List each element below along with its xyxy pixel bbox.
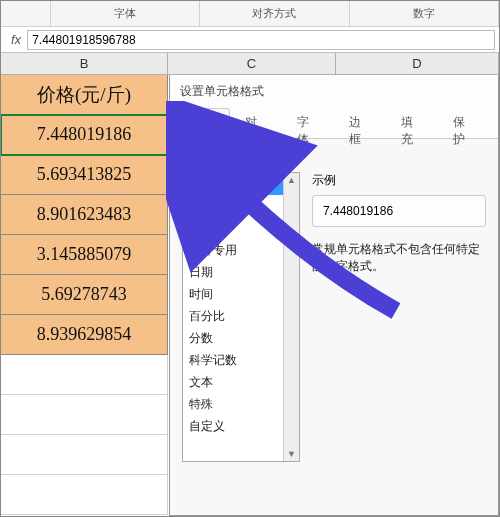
- column-headers: B C D: [1, 53, 499, 75]
- scroll-up-icon[interactable]: ▲: [287, 173, 296, 187]
- cell-b10[interactable]: [1, 435, 168, 475]
- scroll-down-icon[interactable]: ▼: [287, 447, 296, 461]
- list-item-currency[interactable]: 货币: [183, 217, 299, 239]
- dialog-tabs: 数字 对齐 字体 边框 填充 保护: [170, 107, 498, 139]
- cell-b6[interactable]: 5.69278743: [1, 275, 168, 315]
- ribbon-empty: [1, 1, 51, 26]
- tab-number[interactable]: 数字: [178, 108, 230, 139]
- listbox-scrollbar[interactable]: ▲ ▼: [283, 173, 299, 461]
- tab-border[interactable]: 边框: [334, 107, 386, 138]
- category-label: 分类(C):: [182, 151, 486, 168]
- format-cells-dialog: 设置单元格格式 数字 对齐 字体 边框 填充 保护 分类(C): 常规 数值 货…: [169, 75, 499, 516]
- formula-input[interactable]: [27, 30, 495, 50]
- example-value: 7.448019186: [312, 195, 486, 227]
- col-header-c[interactable]: C: [168, 53, 336, 74]
- col-header-b[interactable]: B: [1, 53, 168, 74]
- ribbon-align[interactable]: 对齐方式: [200, 1, 349, 26]
- tab-font[interactable]: 字体: [282, 107, 334, 138]
- list-item-date[interactable]: 日期: [183, 261, 299, 283]
- cell-b7[interactable]: 8.939629854: [1, 315, 168, 355]
- cell-b9[interactable]: [1, 395, 168, 435]
- list-item-custom[interactable]: 自定义: [183, 415, 299, 437]
- format-description: 常规单元格格式不包含任何特定的数字格式。: [312, 241, 486, 275]
- tab-align[interactable]: 对齐: [230, 107, 282, 138]
- cell-b11[interactable]: [1, 475, 168, 515]
- ribbon-number[interactable]: 数字: [350, 1, 499, 26]
- list-item-percent[interactable]: 百分比: [183, 305, 299, 327]
- cell-b5[interactable]: 3.145885079: [1, 235, 168, 275]
- list-item-numeric[interactable]: 数值: [183, 195, 299, 217]
- example-label: 示例: [312, 172, 486, 189]
- cell-b3[interactable]: 5.693413825: [1, 155, 168, 195]
- dialog-title: 设置单元格格式: [170, 75, 498, 107]
- fx-icon[interactable]: fx: [5, 32, 27, 47]
- list-item-general[interactable]: 常规: [183, 173, 299, 195]
- example-area: 示例 7.448019186 常规单元格格式不包含任何特定的数字格式。: [312, 172, 486, 462]
- tab-fill[interactable]: 填充: [386, 107, 438, 138]
- cell-b8[interactable]: [1, 355, 168, 395]
- list-item-accounting[interactable]: 会计专用: [183, 239, 299, 261]
- category-listbox[interactable]: 常规 数值 货币 会计专用 日期 时间 百分比 分数 科学记数 文本 特殊 自定…: [182, 172, 300, 462]
- col-header-d[interactable]: D: [336, 53, 499, 74]
- ribbon-bar: 字体 对齐方式 数字: [1, 1, 499, 27]
- list-item-scientific[interactable]: 科学记数: [183, 349, 299, 371]
- list-item-time[interactable]: 时间: [183, 283, 299, 305]
- list-item-text[interactable]: 文本: [183, 371, 299, 393]
- cell-b2[interactable]: 7.448019186: [1, 115, 168, 155]
- list-item-special[interactable]: 特殊: [183, 393, 299, 415]
- cell-b4[interactable]: 8.901623483: [1, 195, 168, 235]
- column-b: 价格(元/斤) 7.448019186 5.693413825 8.901623…: [1, 75, 168, 516]
- cell-b-header[interactable]: 价格(元/斤): [1, 75, 168, 115]
- tab-protect[interactable]: 保护: [438, 107, 490, 138]
- ribbon-font[interactable]: 字体: [51, 1, 200, 26]
- dialog-body: 分类(C): 常规 数值 货币 会计专用 日期 时间 百分比 分数 科学记数 文…: [170, 139, 498, 474]
- list-item-fraction[interactable]: 分数: [183, 327, 299, 349]
- formula-bar: fx: [1, 27, 499, 53]
